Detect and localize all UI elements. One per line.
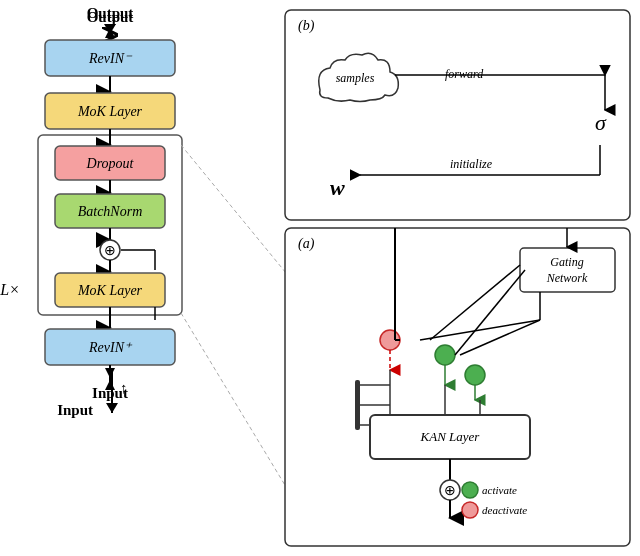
activate-circle-2 (465, 365, 485, 385)
gating-network-label2: Network (546, 271, 588, 285)
l-times-label: L× (0, 281, 20, 298)
gating-line2 (420, 320, 540, 340)
dropout-block (55, 146, 165, 180)
gating-line3 (460, 320, 540, 355)
activate-circle-1 (435, 345, 455, 365)
legend-deactivate-text: deactivate (482, 504, 527, 516)
input-label: Input (92, 385, 128, 401)
bottom-add-circle (440, 480, 460, 500)
dropout-label: Dropout (86, 156, 135, 171)
w-text: w (330, 175, 345, 200)
input-arrowhead (105, 368, 115, 378)
input-arrow-symbol: ↑ (120, 380, 128, 396)
dashed-line-bottom (181, 313, 300, 510)
bottom-plus: ⊕ (444, 483, 456, 498)
revin-plus-block (45, 329, 175, 365)
kan-bracket-left (355, 380, 360, 430)
input-bold-label: Input (57, 402, 93, 418)
output-label: Output (87, 9, 134, 25)
panel-b-border (285, 10, 630, 220)
legend-deactivate-dot (462, 502, 478, 518)
mok-top-label: MoK Layer (77, 104, 143, 119)
mok-bottom-block (55, 273, 165, 307)
residual-plus: ⊕ (104, 243, 116, 258)
revin-minus-label: RevIN⁻ (88, 51, 133, 66)
kan-layer-box (370, 415, 530, 459)
batchnorm-block (55, 194, 165, 228)
mok-top-block (45, 93, 175, 129)
input-up-arrow2 (106, 403, 118, 413)
forward-text: forward (445, 67, 484, 81)
residual-add-circle (100, 240, 120, 260)
gating-to-red (430, 265, 520, 340)
kan-layer-label: KAN Layer (420, 429, 481, 444)
cloud-shape: samples (319, 53, 399, 101)
legend-activate-dot (462, 482, 478, 498)
output-down-arrow (104, 24, 116, 34)
legend-activate-text: activate (482, 484, 517, 496)
revin-plus-label: RevIN⁺ (88, 340, 133, 355)
gating-network-label1: Gating (550, 255, 583, 269)
panel-a-border (285, 228, 630, 546)
input-up-arrowhead (105, 380, 115, 390)
initialize-text: initialize (450, 157, 493, 171)
panel-a-label: (a) (298, 236, 315, 252)
gating-to-green1 (455, 270, 525, 355)
mok-bottom-label: MoK Layer (77, 283, 143, 298)
sigma-text: σ (595, 110, 607, 135)
panel-b-label: (b) (298, 18, 315, 34)
output-bold-label: Output (87, 5, 134, 21)
samples-text: samples (336, 71, 375, 85)
gating-network-box (520, 248, 615, 292)
deactivate-circle (380, 330, 400, 350)
batchnorm-label: BatchNorm (78, 204, 143, 219)
revin-minus-block (45, 40, 175, 76)
dashed-line-top (181, 145, 300, 290)
inner-bracket (38, 135, 182, 315)
output-arrowhead (105, 28, 115, 38)
